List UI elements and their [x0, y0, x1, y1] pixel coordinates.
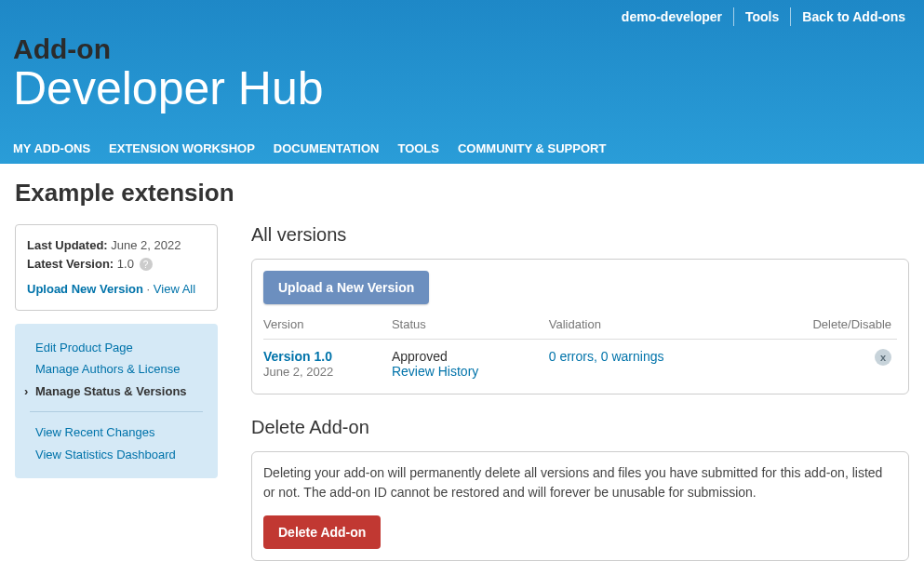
last-updated-label: Last Updated: — [27, 238, 108, 252]
logo-small-text: Add-on — [13, 35, 911, 63]
latest-version-label: Latest Version: — [27, 257, 114, 271]
page-title: Example extension — [15, 179, 909, 207]
version-date: June 2, 2022 — [263, 365, 333, 379]
main-nav: MY ADD-ONS EXTENSION WORKSHOP DOCUMENTAT… — [0, 133, 924, 164]
sidebar-item-edit-product[interactable]: Edit Product Page — [26, 337, 207, 359]
tools-link[interactable]: Tools — [734, 7, 791, 26]
main-content: All versions Upload a New Version Versio… — [251, 224, 909, 575]
back-to-addons-link[interactable]: Back to Add-ons — [791, 7, 905, 26]
col-validation: Validation — [549, 314, 754, 340]
review-history-link[interactable]: Review History — [392, 364, 478, 379]
table-row: Version 1.0 June 2, 2022 Approved Review… — [263, 340, 897, 383]
delete-warning-text: Deleting your add-on will permanently de… — [263, 463, 897, 502]
logo-big-text: Developer Hub — [13, 63, 911, 114]
separator: · — [147, 282, 151, 296]
logo-area: Add-on Developer Hub — [0, 26, 924, 133]
view-all-link[interactable]: View All — [154, 282, 195, 296]
validation-link[interactable]: 0 errors, 0 warnings — [549, 349, 664, 364]
sidebar-item-stats-dashboard[interactable]: View Statistics Dashboard — [26, 444, 207, 466]
last-updated-value: June 2, 2022 — [111, 238, 181, 252]
nav-documentation[interactable]: DOCUMENTATION — [274, 141, 380, 155]
user-link[interactable]: demo-developer — [610, 7, 734, 26]
sidebar-item-recent-changes[interactable]: View Recent Changes — [26, 421, 207, 444]
sidebar: Last Updated: June 2, 2022 Latest Versio… — [15, 224, 218, 478]
version-name-link[interactable]: Version 1.0 — [263, 349, 332, 364]
nav-community-support[interactable]: COMMUNITY & SUPPORT — [458, 141, 606, 155]
delete-addon-title: Delete Add-on — [251, 417, 909, 438]
addon-info-box: Last Updated: June 2, 2022 Latest Versio… — [15, 224, 218, 311]
delete-version-button[interactable]: x — [875, 349, 891, 366]
col-status: Status — [392, 314, 549, 340]
nav-tools[interactable]: TOOLS — [397, 141, 439, 155]
upload-new-version-link[interactable]: Upload New Version — [27, 282, 143, 296]
sidebar-divider — [30, 411, 203, 412]
nav-extension-workshop[interactable]: EXTENSION WORKSHOP — [109, 141, 255, 155]
sidebar-item-manage-authors[interactable]: Manage Authors & License — [26, 358, 207, 381]
delete-addon-button[interactable]: Delete Add-on — [263, 515, 381, 549]
versions-table: Version Status Validation Delete/Disable… — [263, 314, 897, 382]
latest-version-value: 1.0 — [117, 257, 134, 271]
delete-panel: Deleting your add-on will permanently de… — [251, 451, 909, 561]
versions-panel: Upload a New Version Version Status Vali… — [251, 259, 909, 394]
version-status: Approved — [392, 349, 448, 364]
all-versions-title: All versions — [251, 224, 909, 246]
col-delete: Delete/Disable — [754, 314, 897, 340]
sidebar-nav: Edit Product Page Manage Authors & Licen… — [15, 324, 218, 479]
help-icon[interactable]: ? — [140, 258, 153, 271]
upload-new-version-button[interactable]: Upload a New Version — [263, 271, 429, 304]
top-links: demo-developer Tools Back to Add-ons — [0, 0, 924, 26]
nav-my-addons[interactable]: MY ADD-ONS — [13, 141, 90, 155]
sidebar-item-manage-status[interactable]: Manage Status & Versions — [26, 381, 207, 403]
header: demo-developer Tools Back to Add-ons Add… — [0, 0, 924, 164]
col-version: Version — [263, 314, 392, 340]
